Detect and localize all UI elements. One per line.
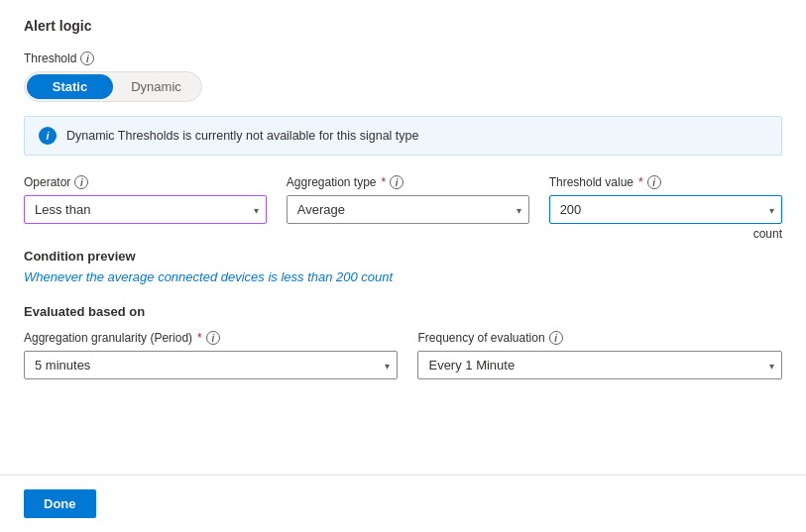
footer: Done [0,475,806,532]
period-required-star: * [197,331,202,345]
page-container: Alert logic Threshold i Static Dynamic i… [0,0,806,532]
frequency-label: Frequency of evaluation i [417,331,782,345]
evaluated-title: Evaluated based on [24,304,782,319]
aggregation-select[interactable]: Average Count Minimum Maximum Total [287,195,529,224]
threshold-value-input[interactable] [549,195,782,224]
banner-info-icon: i [39,127,57,145]
frequency-info-icon[interactable]: i [549,331,563,345]
aggregation-group: Aggregation type * i Average Count Minim… [287,175,529,224]
threshold-value-required-star: * [638,175,643,189]
threshold-toggle-group: Static Dynamic [24,71,202,102]
threshold-value-label: Threshold value * i [549,175,782,189]
operator-group: Operator i Less than Greater than Equal … [24,175,267,224]
aggregation-info-icon[interactable]: i [390,175,403,189]
info-banner: i Dynamic Thresholds is currently not av… [24,116,782,156]
done-button[interactable]: Done [24,489,96,518]
threshold-value-group: Threshold value * i ▾ count [549,175,782,241]
operator-select-wrapper: Less than Greater than Equal to Not equa… [24,195,267,224]
dynamic-toggle-button[interactable]: Dynamic [113,74,199,99]
condition-preview-section: Condition preview Whenever the average c… [24,249,782,284]
period-label: Aggregation granularity (Period) * i [24,331,398,345]
evaluated-row: Aggregation granularity (Period) * i 1 m… [24,331,782,379]
static-toggle-button[interactable]: Static [27,74,113,99]
threshold-value-wrapper: ▾ [549,195,782,224]
threshold-unit-label: count [549,227,782,241]
threshold-value-info-icon[interactable]: i [647,175,661,189]
threshold-info-icon[interactable]: i [80,52,94,65]
evaluated-section: Evaluated based on Aggregation granulari… [24,304,782,379]
operator-label: Operator i [24,175,267,189]
banner-text: Dynamic Thresholds is currently not avai… [66,129,419,143]
period-info-icon[interactable]: i [206,331,220,345]
page-title: Alert logic [24,18,782,34]
fields-row: Operator i Less than Greater than Equal … [24,175,782,241]
frequency-select[interactable]: Every 1 Minute Every 5 Minutes Every 15 … [417,351,782,379]
aggregation-select-wrapper: Average Count Minimum Maximum Total ▾ [287,195,529,224]
operator-select[interactable]: Less than Greater than Equal to Not equa… [24,195,267,224]
condition-preview-text: Whenever the average connected devices i… [24,269,782,284]
condition-preview-title: Condition preview [24,249,782,264]
period-group: Aggregation granularity (Period) * i 1 m… [24,331,398,379]
period-select-wrapper: 1 minute 5 minutes 15 minutes 30 minutes… [24,351,398,379]
operator-info-icon[interactable]: i [74,175,88,189]
aggregation-label: Aggregation type * i [287,175,529,189]
period-select[interactable]: 1 minute 5 minutes 15 minutes 30 minutes… [24,351,398,379]
threshold-label: Threshold i [24,52,782,65]
frequency-group: Frequency of evaluation i Every 1 Minute… [417,331,782,379]
frequency-select-wrapper: Every 1 Minute Every 5 Minutes Every 15 … [417,351,782,379]
threshold-section: Threshold i Static Dynamic [24,52,782,102]
aggregation-required-star: * [382,175,387,189]
main-content: Alert logic Threshold i Static Dynamic i… [0,0,806,475]
